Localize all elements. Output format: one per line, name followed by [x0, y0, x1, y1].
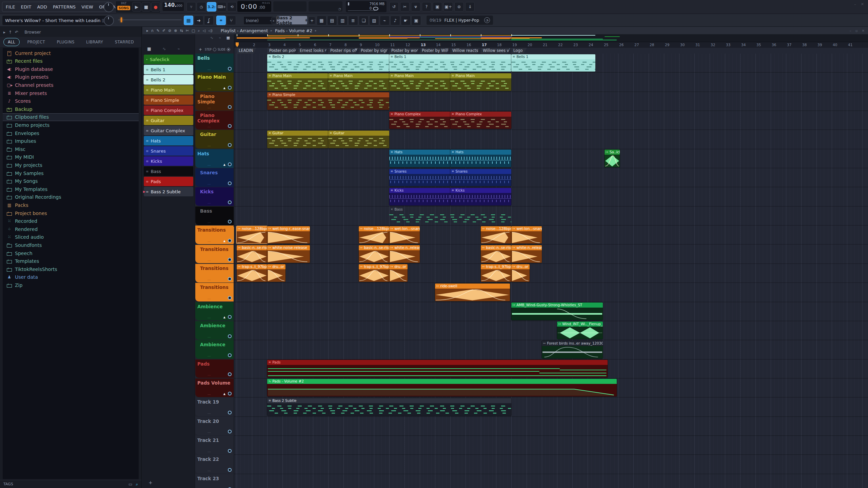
clip-guitar[interactable]: ≡Guitar	[328, 131, 389, 148]
browser-item-recorded[interactable]: ⁙Recorded	[3, 217, 139, 225]
time-display[interactable]: 0:00 :00 M:S:CS	[237, 1, 271, 12]
browser-item-scores[interactable]: ♪Scores	[3, 97, 139, 105]
track-options-dots[interactable]: ⋯	[208, 354, 211, 358]
picker-pattern-bass[interactable]: ≡Bass	[144, 167, 193, 176]
clip-wet-long-r-ease-snare[interactable]: ↦wet-long-r..ease-snare	[267, 226, 310, 244]
playlist-view-button[interactable]: ▦	[184, 16, 193, 25]
track-options-dots[interactable]: ⋯	[208, 68, 211, 72]
marker-poster-by-willow-[interactable]: Poster by Willow.	[420, 48, 450, 54]
undo-button[interactable]: ↺	[389, 2, 399, 12]
midi-link-button[interactable]: ⚭	[216, 16, 226, 25]
plugin-picker-button[interactable]: ▧	[369, 16, 379, 25]
shuffle-knob[interactable]	[104, 2, 114, 12]
group-collapse-icon[interactable]: ▲	[223, 392, 225, 395]
track-options-dots[interactable]: ⋯	[208, 201, 211, 205]
zoom-tool-icon[interactable]: ⌕	[198, 28, 200, 33]
clip-piano-complex[interactable]: ≡Piano Complex	[389, 112, 450, 129]
track-mute-led[interactable]	[228, 239, 232, 242]
clip-trap-s-t-97bpm[interactable]: ↦trap-s..t_97bpm	[237, 264, 267, 282]
paint-tool-icon[interactable]: ✐	[162, 28, 165, 33]
tag-box-icon[interactable]: ▭	[129, 482, 132, 487]
tag-search-icon[interactable]: ⌕	[136, 482, 138, 487]
lane-ambience[interactable]	[234, 321, 868, 340]
select-tool-icon[interactable]: ▢	[192, 28, 195, 33]
mixer-button[interactable]: ≣	[348, 16, 358, 25]
clip-bells-1[interactable]: ≡Bells 1	[389, 54, 511, 72]
clip-hats[interactable]: ≡Hats	[389, 150, 450, 167]
clip-white-n-release[interactable]: ↦white-n..release	[389, 245, 420, 263]
browser-item-user-data[interactable]: ♟User data	[3, 273, 139, 281]
playlist-menu-icon[interactable]: ▸	[146, 28, 149, 33]
lane-transitions[interactable]	[234, 283, 868, 302]
metronome-button[interactable]: ⑂	[186, 2, 196, 12]
track-mute-led[interactable]	[228, 430, 232, 433]
picker-pattern-piano-complex[interactable]: ≡Piano Complex	[144, 105, 193, 115]
tempo-field[interactable]: 140.000	[162, 2, 184, 12]
pat-label[interactable]: PAT	[117, 1, 130, 5]
browser-item-packs[interactable]: ▥Packs	[3, 201, 139, 209]
track-mute-led[interactable]	[228, 181, 232, 185]
track-header-piano-complex[interactable]: Piano Complex⋯	[195, 111, 234, 130]
track-options-dots[interactable]: ⋯	[208, 259, 211, 262]
track-mute-led[interactable]	[228, 411, 232, 414]
track-mute-led[interactable]	[228, 162, 232, 166]
track-header-transitions[interactable]: Transitions⋯	[195, 245, 234, 263]
master-pitch-slider[interactable]	[118, 19, 182, 20]
shop-button[interactable]: ▣	[411, 16, 421, 25]
track-header-track-19[interactable]: Track 19⋯	[195, 397, 234, 416]
picker-pattern-bass-2-subtle[interactable]: ▶≡Bass 2 Subtle	[144, 187, 193, 196]
browser-item-plugin-presets[interactable]: ◀:Plugin presets	[3, 73, 139, 81]
cut-button[interactable]: ✂	[400, 2, 410, 12]
track-header-transitions[interactable]: Transitions⋯	[195, 283, 234, 301]
clip-piano-simple[interactable]: ≡Piano Simple	[267, 92, 389, 110]
menu-item-view[interactable]: VIEW	[81, 4, 93, 9]
track-mute-led[interactable]	[228, 124, 232, 128]
track-header-kicks[interactable]: Kicks⋯	[195, 187, 234, 206]
picker-pattern-hats[interactable]: ≡Hats	[144, 136, 193, 145]
track-mute-led[interactable]	[228, 277, 232, 281]
track-mute-led[interactable]	[228, 334, 232, 338]
track-header-pads[interactable]: Pads⋯	[195, 359, 234, 378]
sync-icon[interactable]: ◔	[338, 7, 341, 11]
song-overview-strip[interactable]	[234, 34, 868, 42]
browser-item-my-templates[interactable]: My Templates	[3, 185, 139, 193]
browser-item-my-midi[interactable]: My MIDI	[3, 153, 139, 161]
clip-dru-or[interactable]: ↦dru..or	[511, 264, 530, 282]
draw-tool-icon[interactable]: ✎	[157, 28, 160, 33]
picker-audio-filter[interactable]: ∿	[162, 46, 166, 53]
browser-item-sliced-audio[interactable]: ⁙Sliced audio	[3, 233, 139, 241]
delete-tool-icon[interactable]: ⊘	[168, 28, 171, 33]
lane-track-21[interactable]	[234, 436, 868, 455]
clip-snares[interactable]: ≡Snares	[450, 169, 511, 187]
session-info[interactable]: 09/19 FLEX | Hyper-Pop ◔	[427, 16, 493, 25]
pitch-slider-thumb[interactable]	[121, 17, 122, 22]
clip-trap-s-t-97bpm[interactable]: ↦trap-s..t_97bpm	[481, 264, 511, 282]
clip-basic-n-se-riser[interactable]: ↦basic-n..se-riser	[237, 245, 267, 263]
slide-toggle[interactable]	[227, 48, 230, 51]
track-mute-led[interactable]	[228, 86, 232, 90]
lane-track-20[interactable]	[234, 417, 868, 436]
track-header-track-23[interactable]: Track 23⋯	[195, 474, 234, 488]
group-collapse-icon[interactable]: ▲	[223, 316, 225, 319]
track-header-track-22[interactable]: Track 22⋯	[195, 455, 234, 473]
clip-wind-int-wi-fienup-003[interactable]: ↦Wind_INT_Wi.._Fienup_003	[557, 321, 603, 339]
clip-basic-n-se-riser[interactable]: ↦basic-n..se-riser	[481, 245, 511, 263]
pattern-selector[interactable]: Bass 2 Subtle ▲▼	[277, 16, 307, 24]
clip-piano-main[interactable]: ≡Piano Main	[389, 73, 450, 91]
playback-tool-icon[interactable]: ◁	[202, 28, 205, 33]
marker-willow-reacts-to-vi[interactable]: Willow reacts to vi	[450, 48, 480, 54]
marker-leadin[interactable]: LEADIN	[237, 48, 256, 54]
pat-song-toggle[interactable]: PAT SONG	[117, 1, 130, 12]
playhead-marker[interactable]	[236, 42, 239, 47]
browser-item-templates[interactable]: Templates	[3, 257, 139, 265]
track-header-ambience[interactable]: Ambience⋯	[195, 340, 234, 359]
menu-item-add[interactable]: ADD	[37, 4, 47, 9]
browser-item-mixer-presets[interactable]: ≣Mixer presets	[3, 89, 139, 97]
browser-panel-button[interactable]: ❏	[359, 16, 369, 25]
track-header-hats[interactable]: Hats⋯▲	[195, 149, 234, 168]
picker-pattern-piano-main[interactable]: ≡Piano Main	[144, 85, 193, 95]
lane-hats[interactable]	[234, 149, 868, 168]
next-arrangement-button[interactable]: ➜	[194, 16, 203, 25]
track-mute-led[interactable]	[228, 258, 232, 261]
track-header-track-20[interactable]: Track 20⋯	[195, 417, 234, 435]
